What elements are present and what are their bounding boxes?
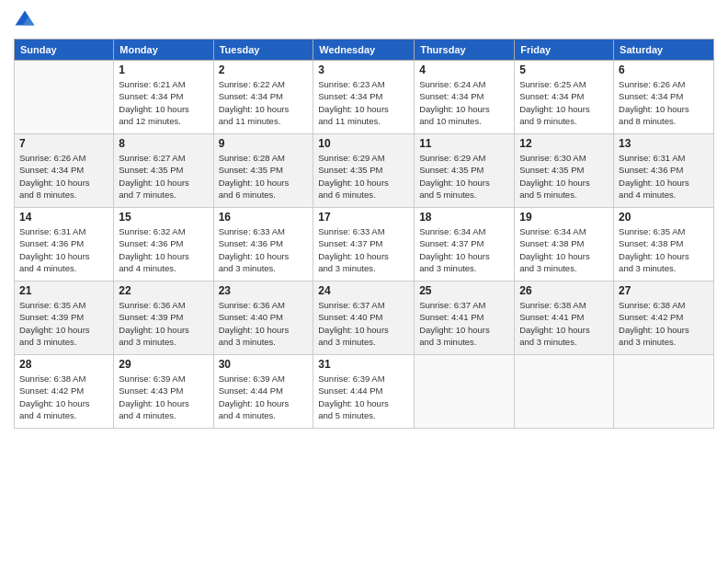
day-number: 31 [318,358,409,371]
day-number: 14 [19,211,108,224]
calendar-cell [15,61,114,134]
weekday-header: Saturday [614,40,714,61]
calendar-cell: 20Sunrise: 6:35 AM Sunset: 4:38 PM Dayli… [614,208,714,282]
day-number: 17 [318,211,409,224]
calendar-cell: 18Sunrise: 6:34 AM Sunset: 4:37 PM Dayli… [415,208,515,282]
calendar-week-row: 28Sunrise: 6:38 AM Sunset: 4:42 PM Dayli… [15,355,714,429]
day-info: Sunrise: 6:21 AM Sunset: 4:34 PM Dayligh… [119,78,208,127]
calendar-cell: 8Sunrise: 6:27 AM Sunset: 4:35 PM Daylig… [114,134,213,208]
day-number: 19 [519,211,609,224]
calendar-cell: 19Sunrise: 6:34 AM Sunset: 4:38 PM Dayli… [515,208,614,282]
calendar-cell: 26Sunrise: 6:38 AM Sunset: 4:41 PM Dayli… [515,282,614,355]
calendar-cell: 5Sunrise: 6:25 AM Sunset: 4:34 PM Daylig… [515,61,614,134]
day-number: 5 [519,63,609,76]
calendar-cell: 14Sunrise: 6:31 AM Sunset: 4:36 PM Dayli… [15,208,114,282]
calendar-table: SundayMondayTuesdayWednesdayThursdayFrid… [14,39,714,429]
calendar-cell [614,355,714,429]
day-info: Sunrise: 6:39 AM Sunset: 4:43 PM Dayligh… [119,373,208,421]
page: SundayMondayTuesdayWednesdayThursdayFrid… [0,0,728,563]
day-number: 8 [119,137,208,150]
day-info: Sunrise: 6:31 AM Sunset: 4:36 PM Dayligh… [619,152,709,201]
weekday-header-row: SundayMondayTuesdayWednesdayThursdayFrid… [15,40,714,61]
day-info: Sunrise: 6:35 AM Sunset: 4:39 PM Dayligh… [19,299,108,348]
calendar-week-row: 1Sunrise: 6:21 AM Sunset: 4:34 PM Daylig… [15,61,714,134]
day-info: Sunrise: 6:38 AM Sunset: 4:42 PM Dayligh… [619,299,709,348]
day-info: Sunrise: 6:25 AM Sunset: 4:34 PM Dayligh… [519,78,609,127]
calendar-cell: 17Sunrise: 6:33 AM Sunset: 4:37 PM Dayli… [313,208,415,282]
day-info: Sunrise: 6:37 AM Sunset: 4:41 PM Dayligh… [419,299,509,348]
calendar-cell: 16Sunrise: 6:33 AM Sunset: 4:36 PM Dayli… [213,208,313,282]
day-info: Sunrise: 6:32 AM Sunset: 4:36 PM Dayligh… [119,225,208,274]
day-info: Sunrise: 6:39 AM Sunset: 4:44 PM Dayligh… [219,373,309,421]
day-info: Sunrise: 6:34 AM Sunset: 4:38 PM Dayligh… [519,225,609,274]
day-info: Sunrise: 6:29 AM Sunset: 4:35 PM Dayligh… [419,152,509,201]
day-info: Sunrise: 6:24 AM Sunset: 4:34 PM Dayligh… [419,78,509,127]
calendar-cell: 30Sunrise: 6:39 AM Sunset: 4:44 PM Dayli… [213,355,313,429]
day-info: Sunrise: 6:23 AM Sunset: 4:34 PM Dayligh… [318,78,409,127]
day-number: 13 [619,137,709,150]
calendar-week-row: 14Sunrise: 6:31 AM Sunset: 4:36 PM Dayli… [15,208,714,282]
day-info: Sunrise: 6:37 AM Sunset: 4:40 PM Dayligh… [318,299,409,348]
day-number: 2 [219,63,309,76]
day-number: 15 [119,211,208,224]
weekday-header: Monday [114,40,213,61]
logo [14,9,40,31]
calendar-cell: 31Sunrise: 6:39 AM Sunset: 4:44 PM Dayli… [313,355,415,429]
calendar-cell: 4Sunrise: 6:24 AM Sunset: 4:34 PM Daylig… [415,61,515,134]
calendar-cell: 10Sunrise: 6:29 AM Sunset: 4:35 PM Dayli… [313,134,415,208]
day-number: 20 [619,211,709,224]
weekday-header: Friday [515,40,614,61]
day-number: 30 [219,358,309,371]
calendar-cell: 2Sunrise: 6:22 AM Sunset: 4:34 PM Daylig… [213,61,313,134]
day-info: Sunrise: 6:39 AM Sunset: 4:44 PM Dayligh… [318,373,409,421]
calendar-cell: 24Sunrise: 6:37 AM Sunset: 4:40 PM Dayli… [313,282,415,355]
day-number: 25 [419,284,509,297]
day-info: Sunrise: 6:26 AM Sunset: 4:34 PM Dayligh… [19,152,108,201]
calendar-cell: 25Sunrise: 6:37 AM Sunset: 4:41 PM Dayli… [415,282,515,355]
calendar-cell: 1Sunrise: 6:21 AM Sunset: 4:34 PM Daylig… [114,61,213,134]
day-info: Sunrise: 6:33 AM Sunset: 4:37 PM Dayligh… [318,225,409,274]
calendar-week-row: 21Sunrise: 6:35 AM Sunset: 4:39 PM Dayli… [15,282,714,355]
day-number: 1 [119,63,208,76]
calendar-cell: 29Sunrise: 6:39 AM Sunset: 4:43 PM Dayli… [114,355,213,429]
day-number: 24 [318,284,409,297]
day-number: 6 [619,63,709,76]
calendar-cell: 15Sunrise: 6:32 AM Sunset: 4:36 PM Dayli… [114,208,213,282]
day-info: Sunrise: 6:38 AM Sunset: 4:41 PM Dayligh… [519,299,609,348]
day-info: Sunrise: 6:38 AM Sunset: 4:42 PM Dayligh… [19,373,108,421]
day-number: 10 [318,137,409,150]
calendar-cell: 3Sunrise: 6:23 AM Sunset: 4:34 PM Daylig… [313,61,415,134]
calendar-cell: 21Sunrise: 6:35 AM Sunset: 4:39 PM Dayli… [15,282,114,355]
weekday-header: Sunday [15,40,114,61]
calendar-cell: 13Sunrise: 6:31 AM Sunset: 4:36 PM Dayli… [614,134,714,208]
day-number: 9 [219,137,309,150]
calendar-cell: 22Sunrise: 6:36 AM Sunset: 4:39 PM Dayli… [114,282,213,355]
day-info: Sunrise: 6:28 AM Sunset: 4:35 PM Dayligh… [219,152,309,201]
day-number: 22 [119,284,208,297]
calendar-cell: 7Sunrise: 6:26 AM Sunset: 4:34 PM Daylig… [15,134,114,208]
day-number: 26 [519,284,609,297]
day-number: 11 [419,137,509,150]
day-number: 3 [318,63,409,76]
calendar-cell [515,355,614,429]
header [14,9,714,31]
calendar-cell: 6Sunrise: 6:26 AM Sunset: 4:34 PM Daylig… [614,61,714,134]
calendar-cell: 11Sunrise: 6:29 AM Sunset: 4:35 PM Dayli… [415,134,515,208]
day-info: Sunrise: 6:33 AM Sunset: 4:36 PM Dayligh… [219,225,309,274]
day-info: Sunrise: 6:26 AM Sunset: 4:34 PM Dayligh… [619,78,709,127]
weekday-header: Wednesday [313,40,415,61]
calendar-cell: 23Sunrise: 6:36 AM Sunset: 4:40 PM Dayli… [213,282,313,355]
day-info: Sunrise: 6:36 AM Sunset: 4:39 PM Dayligh… [119,299,208,348]
calendar-cell: 9Sunrise: 6:28 AM Sunset: 4:35 PM Daylig… [213,134,313,208]
weekday-header: Tuesday [213,40,313,61]
day-info: Sunrise: 6:35 AM Sunset: 4:38 PM Dayligh… [619,225,709,274]
day-number: 21 [19,284,108,297]
weekday-header: Thursday [415,40,515,61]
day-info: Sunrise: 6:29 AM Sunset: 4:35 PM Dayligh… [318,152,409,201]
calendar-cell: 27Sunrise: 6:38 AM Sunset: 4:42 PM Dayli… [614,282,714,355]
day-number: 4 [419,63,509,76]
calendar-week-row: 7Sunrise: 6:26 AM Sunset: 4:34 PM Daylig… [15,134,714,208]
day-info: Sunrise: 6:31 AM Sunset: 4:36 PM Dayligh… [19,225,108,274]
day-number: 18 [419,211,509,224]
calendar-cell: 12Sunrise: 6:30 AM Sunset: 4:35 PM Dayli… [515,134,614,208]
